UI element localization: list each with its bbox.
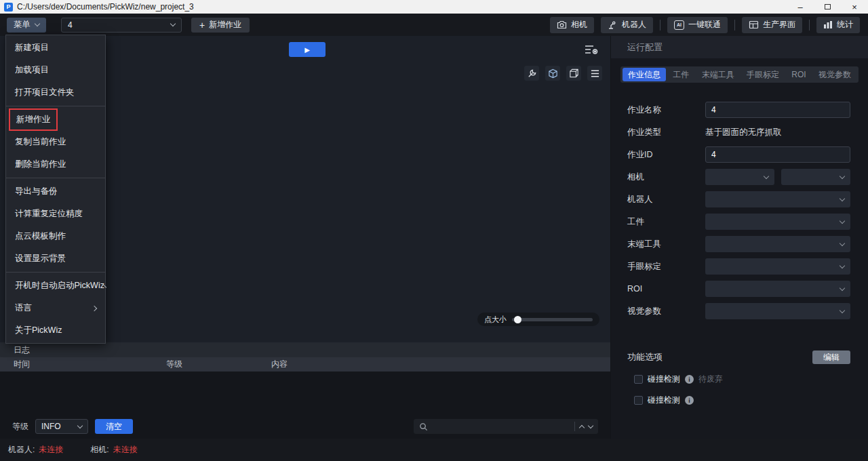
pointcloud-view-button[interactable] — [545, 66, 560, 81]
collision-checkbox-2[interactable] — [634, 396, 643, 405]
menu-item-label: 语言 — [15, 302, 32, 314]
camera-select-2[interactable] — [781, 169, 850, 185]
menu-item-new-project[interactable]: 新建项目 — [6, 37, 105, 59]
robot-button[interactable]: 机器人 — [601, 17, 653, 33]
viewport-tool-row — [524, 66, 602, 81]
collision-checkbox-1[interactable] — [634, 375, 643, 384]
slider-handle[interactable] — [514, 316, 521, 323]
one-click-connect-label: 一键联通 — [688, 19, 721, 31]
roi-select[interactable] — [705, 281, 850, 297]
bounding-box-view-button[interactable] — [566, 66, 581, 81]
workpiece-select[interactable] — [705, 214, 850, 230]
tab-job-info[interactable]: 作业信息 — [623, 68, 666, 81]
run-button[interactable]: ▶ — [289, 42, 326, 57]
menu-item-load-project[interactable]: 加载项目 — [6, 59, 105, 81]
menu-divider — [6, 178, 105, 178]
menu-item-pointcloud-template[interactable]: 点云模板制作 — [6, 225, 105, 247]
camera-select-1[interactable] — [705, 169, 774, 185]
search-next-button[interactable] — [588, 422, 593, 428]
log-level-select[interactable]: INFO — [35, 419, 88, 434]
production-ui-icon — [749, 20, 759, 29]
form-row-job-id: 作业ID — [627, 146, 850, 163]
menu-divider — [6, 272, 105, 273]
plus-icon: + — [199, 20, 205, 30]
hand-eye-label: 手眼标定 — [627, 261, 705, 273]
camera-button[interactable]: 相机 — [550, 17, 594, 33]
tab-end-tool[interactable]: 末端工具 — [696, 68, 740, 81]
menu-item-add-job[interactable]: 新增作业 — [6, 108, 105, 131]
window-title: C:/Users/dex/Documents/PickWiz/new_proje… — [17, 2, 194, 12]
end-tool-label: 末端工具 — [627, 239, 705, 250]
ai-icon: AI — [674, 20, 684, 30]
robot-select[interactable] — [705, 191, 850, 207]
menu-item-repeat-accuracy[interactable]: 计算重复定位精度 — [6, 203, 105, 225]
tab-hand-eye[interactable]: 手眼标定 — [741, 68, 785, 81]
measure-tool-button[interactable] — [524, 66, 539, 81]
menu-item-open-project-folder[interactable]: 打开项目文件夹 — [6, 81, 105, 104]
tab-vision-params[interactable]: 视觉参数 — [813, 68, 856, 81]
menu-item-label: 新建项目 — [15, 42, 49, 54]
info-icon[interactable]: i — [685, 375, 694, 384]
log-search-box[interactable] — [414, 419, 598, 434]
menu-item-display-background[interactable]: 设置显示背景 — [6, 247, 105, 270]
chevron-down-icon — [840, 307, 845, 313]
menu-item-label: 计算重复定位精度 — [15, 208, 83, 220]
slider-track[interactable] — [512, 318, 593, 321]
camera-status-value: 未连接 — [113, 444, 138, 456]
job-id-input[interactable] — [705, 146, 850, 163]
menu-item-label: 删除当前作业 — [15, 159, 66, 170]
point-size-slider[interactable]: 点大小 — [477, 313, 599, 326]
wrench-icon — [527, 68, 537, 79]
menu-button-label: 菜单 — [14, 19, 31, 31]
log-level-label: 等级 — [12, 421, 28, 433]
log-controls: 等级 INFO 清空 — [0, 419, 610, 434]
log-search-input[interactable] — [433, 422, 570, 431]
add-job-button[interactable]: + 新增作业 — [191, 18, 250, 33]
menu-item-delete-current-job[interactable]: 删除当前作业 — [6, 153, 105, 176]
robot-button-label: 机器人 — [622, 19, 646, 31]
close-button[interactable]: × — [841, 0, 868, 14]
hand-eye-select[interactable] — [705, 258, 850, 275]
menu-item-about[interactable]: 关于PickWiz — [6, 319, 105, 342]
tab-workpiece[interactable]: 工件 — [667, 68, 694, 81]
end-tool-select[interactable] — [705, 236, 850, 252]
menu-item-language[interactable]: 语言 — [6, 297, 105, 319]
point-size-label: 点大小 — [484, 315, 507, 325]
form-row-vision-params: 视觉参数 — [627, 303, 850, 319]
menu-button[interactable]: 菜单 — [7, 18, 46, 33]
collision-label-1: 碰撞检测 — [648, 374, 680, 385]
log-level-value: INFO — [41, 422, 61, 431]
form-row-hand-eye: 手眼标定 — [627, 258, 850, 275]
menu-item-autostart[interactable]: 开机时自动启动PickWiz — [6, 275, 105, 297]
log-panel: 日志 时间 等级 内容 等级 INFO 清空 — [0, 342, 610, 439]
list-settings-icon — [585, 44, 598, 55]
option-collision-2: 碰撞检测 i — [634, 395, 850, 406]
menu-item-export-backup[interactable]: 导出与备份 — [6, 180, 105, 203]
menu-item-label: 导出与备份 — [15, 186, 58, 197]
menu-item-copy-current-job[interactable]: 复制当前作业 — [6, 131, 105, 153]
chevron-down-icon — [840, 195, 845, 201]
toolbar-right-group: 相机 机器人 AI 一键联通 生产界面 统计 — [550, 17, 860, 33]
minimize-button[interactable]: – — [787, 0, 814, 14]
display-settings-button[interactable] — [583, 43, 599, 56]
menu-divider — [6, 106, 105, 106]
clear-log-button[interactable]: 清空 — [95, 419, 133, 434]
job-selector-dropdown[interactable]: 4 — [61, 18, 182, 33]
chevron-down-icon — [840, 262, 845, 268]
statistics-button[interactable]: 统计 — [816, 17, 860, 33]
production-ui-button[interactable]: 生产界面 — [742, 17, 802, 33]
log-col-content: 内容 — [271, 359, 288, 370]
chevron-right-icon — [92, 305, 97, 310]
robot-status-value: 未连接 — [39, 444, 63, 456]
job-type-value: 基于圆面的无序抓取 — [705, 127, 782, 138]
job-name-input[interactable] — [705, 102, 850, 118]
maximize-button[interactable] — [814, 0, 841, 14]
edit-options-button[interactable]: 编辑 — [812, 350, 850, 364]
search-prev-button[interactable] — [579, 424, 585, 430]
tab-roi[interactable]: ROI — [786, 68, 811, 81]
search-icon — [419, 422, 428, 431]
one-click-connect-button[interactable]: AI 一键联通 — [667, 17, 728, 33]
viewport-menu-button[interactable] — [587, 66, 602, 81]
info-icon[interactable]: i — [685, 396, 694, 405]
vision-params-select[interactable] — [705, 303, 850, 319]
